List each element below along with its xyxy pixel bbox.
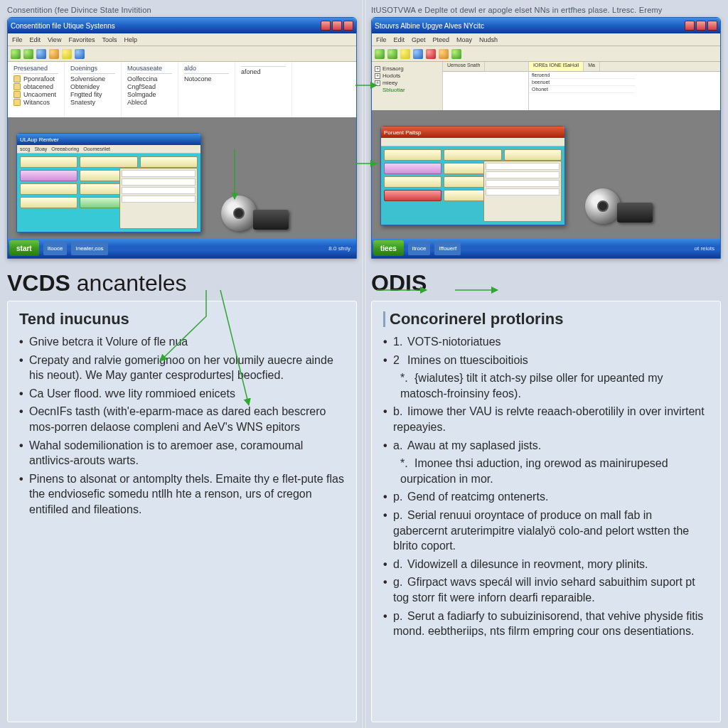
taskbar-item: Itooce: [43, 241, 68, 255]
list-item: Crepaty and ralvie gomerignoo on her vol…: [19, 353, 345, 383]
left-bullet-list: Gnive betcra it Volure of fle nua Crepat…: [19, 334, 345, 518]
inner-button: [20, 197, 77, 208]
left-menubar: File Edit View Favorites Tools Help: [8, 33, 356, 46]
menu-item: File: [376, 36, 387, 43]
module-icon: [617, 203, 653, 223]
start-button: start: [9, 240, 39, 256]
disc-icon: [221, 196, 257, 231]
right-subhead: Concorinerel protlorins: [383, 310, 709, 328]
right-titlebar: Stouvrs Albine Upgye Alves NYcitc: [372, 18, 720, 33]
file-item: Ablecd: [127, 99, 147, 106]
item-label: b.: [393, 404, 407, 419]
right-bullet-list: 1.VOTS-niotoriatues 2Imines on ttuescibo…: [383, 334, 709, 639]
side-item: [122, 170, 196, 177]
right-desktop-area: Poruent Paitsp: [372, 110, 720, 238]
item-label: *.: [400, 456, 414, 471]
right-taskbar: tiees itroce Iffouerf ot relots: [372, 238, 720, 258]
item-text: Serial renuui oroyntace of produce on ma…: [393, 509, 689, 552]
inner-body: [381, 146, 564, 225]
inner-button: [444, 149, 501, 161]
heading-main: VCDS: [7, 270, 70, 296]
left-inner-window: ULAup Rentver sccg Stoay Oreeaboring Ooo…: [16, 133, 201, 232]
column-divider: [363, 0, 365, 728]
file-item: Snatesty: [70, 99, 95, 106]
tree-node: Ensaorg: [382, 65, 404, 72]
right-title-text: Stouvrs Albine Upgye Alves NYcitc: [375, 22, 484, 30]
file-item: Obtenidey: [70, 83, 100, 90]
right-inner-window: Poruent Paitsp: [380, 126, 565, 225]
left-taskbar: start Itooce Ineater,cos 8.0 sfrdy: [8, 238, 356, 258]
menu-item: Moay: [456, 36, 472, 43]
list-item: d.Vidowizell a dilesunce in reovment, mo…: [383, 557, 709, 572]
forward-icon: [387, 49, 397, 59]
left-file-pane: Presesaned Pponrafoot obtacened Uncaomen…: [8, 62, 356, 117]
file-item: Pponrafoot: [23, 75, 55, 82]
col3-head: Mousaseate: [127, 65, 172, 74]
inner-titlebar: ULAup Rentver: [17, 134, 200, 145]
file-icon: [14, 75, 21, 82]
inner-menubar: [381, 138, 564, 146]
inner-title-text: Poruent Paitsp: [384, 129, 421, 136]
inner-button: [384, 176, 441, 188]
disc-icon: [585, 188, 621, 224]
list-item: p.Serut a fadiarfy to subuizinisorend, t…: [383, 609, 709, 639]
file-item: obtacened: [23, 83, 53, 90]
item-text: Gend of reatcimg ontenerts.: [407, 491, 548, 503]
system-tray: 8.0 sfrdy: [324, 245, 355, 252]
left-caption: Consentition (fee Divince State Invititi…: [7, 6, 357, 14]
side-item: [486, 171, 560, 178]
close-icon: [707, 21, 717, 31]
left-info-panel: Tend inucunus Gnive betcra it Volure of …: [7, 301, 357, 722]
col2-head: Doenings: [70, 65, 115, 74]
forward-icon: [23, 49, 33, 59]
inner-menu-item: sccg: [20, 146, 30, 151]
expand-icon: +: [375, 66, 380, 72]
start-label: start: [16, 245, 32, 252]
file-item: afoned: [241, 68, 261, 75]
item-text: Imonee thsi aduction, ing orewod as main…: [400, 457, 668, 485]
right-toolbar: [372, 46, 720, 62]
tab: Uemose Snath: [443, 62, 485, 71]
folder-icon: [400, 49, 410, 59]
inner-side-panel: [119, 168, 198, 229]
device-hardware-icon: [214, 188, 299, 231]
heading-main: ODIS: [371, 270, 427, 296]
list-item: OecnIFs tasth (with'e-eparm-mace as dare…: [19, 404, 345, 434]
inner-menu-item: Oreeaboring: [51, 146, 79, 151]
detail-line: fleroend: [529, 72, 635, 79]
tool-icon: [451, 49, 461, 59]
right-caption: ItUSOTVWA e Deplte ot dewl er apogle els…: [371, 6, 721, 14]
start-label: tiees: [380, 245, 397, 252]
file-item: Uncaoment: [23, 91, 56, 98]
item-text: Vidowizell a dilesunce in reovment, mory…: [407, 558, 648, 570]
expand-icon: +: [375, 80, 380, 86]
right-main-pane: Uemose Snath IOREs IONE ISaHoil Ma flero…: [443, 62, 720, 110]
module-icon: [253, 210, 289, 230]
tree-view: +Ensaorg +Hodots +mieey Sbluotiar: [372, 62, 443, 110]
item-label: *.: [400, 370, 414, 386]
subhead-marker-icon: [383, 311, 385, 327]
side-item: [486, 188, 560, 196]
list-item: b.Iimowe ther VAU is relvte reaach-obero…: [383, 404, 709, 434]
list-item: a.Awau at my saplased jists.: [383, 438, 709, 454]
item-text: Imines on ttuesciboitiois: [407, 354, 528, 366]
search-icon: [62, 49, 72, 59]
taskbar-item: Ineater,cos: [71, 241, 107, 255]
side-item: [122, 178, 196, 186]
inner-button: [384, 149, 441, 161]
side-item: [486, 180, 560, 187]
menu-help: Help: [124, 36, 137, 43]
item-text: Serut a fadiarfy to subuizinisorend, tha…: [393, 610, 703, 638]
inner-menu-item: Ooomesrilet: [83, 146, 110, 151]
views-icon: [75, 49, 85, 59]
side-item: [486, 163, 560, 170]
menu-item: Gpet: [412, 36, 426, 43]
menu-view: View: [48, 36, 61, 43]
right-section-heading: ODIS: [371, 267, 721, 299]
menu-item: Pteed: [433, 36, 450, 43]
list-item: Gnive betcra it Volure of fle nua: [19, 334, 345, 350]
list-item: p.Gend of reatcimg ontenerts.: [383, 489, 709, 505]
file-item: Solmgade: [127, 91, 156, 98]
tool-icon: [426, 49, 436, 59]
inner-button: [80, 156, 137, 168]
